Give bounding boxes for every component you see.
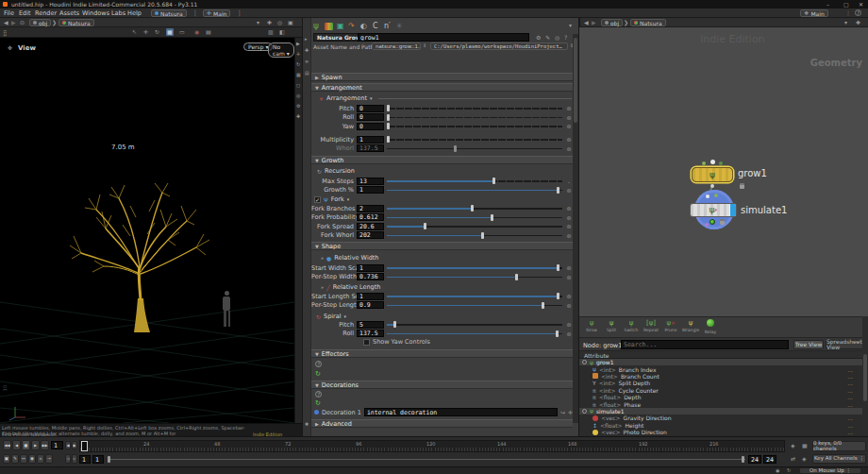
side-select-icon[interactable]: ▶ [296, 42, 300, 46]
node-name-input[interactable] [358, 33, 529, 42]
maximize-button[interactable]: ▢ [843, 1, 849, 8]
menu-assets[interactable]: Assets [59, 9, 79, 17]
range-slider-handle-left[interactable] [108, 456, 110, 463]
scope-button[interactable]: ↔ [20, 454, 27, 464]
row-more-button[interactable]: ... [847, 415, 853, 421]
grow1-output-dot[interactable] [710, 184, 714, 188]
nav-forward-icon[interactable]: ▶ [11, 20, 16, 25]
section-spawn[interactable]: ▶Spawn [311, 73, 573, 81]
whorl-input[interactable] [357, 144, 384, 152]
max-steps-input[interactable] [357, 178, 384, 185]
multiplicity-slider[interactable] [387, 135, 562, 144]
effectors-help-icon[interactable]: ? [315, 361, 322, 367]
grid-toggle-icon[interactable]: ▤ [206, 29, 211, 35]
parm-gear-icon[interactable]: ⚙ [536, 35, 541, 41]
side-rotate-icon[interactable]: ↻ [296, 62, 300, 67]
fork-whorl-input[interactable] [357, 231, 384, 239]
attr-group-simulate1[interactable]: ψ simulate1 [579, 408, 862, 415]
parm-tab3-icon[interactable]: ≡ [305, 59, 309, 64]
spreadsheet-view-tab[interactable]: Spreadsheet View [826, 340, 866, 349]
splitter-left[interactable] [302, 18, 303, 436]
parm-info-icon[interactable]: ? [564, 35, 567, 41]
decorations-add-icon[interactable]: ↻ [315, 399, 321, 407]
snap-tool-icon[interactable]: ▭ [179, 29, 185, 35]
fork-spread-slider[interactable] [387, 222, 562, 230]
net-forward-icon[interactable]: ▶ [592, 20, 596, 25]
spiral-roll-input[interactable] [357, 330, 384, 337]
simulate1-top-dot2[interactable] [714, 194, 718, 197]
pane-link-icon[interactable]: ◎ [277, 20, 282, 25]
asset-name-spinner-icon[interactable]: ⇕ [423, 43, 426, 48]
relative-width-group-label[interactable]: » ● Relative Width [321, 254, 378, 262]
tree-view-tab[interactable]: Tree View [793, 340, 824, 349]
row-more-button[interactable]: ... [847, 429, 853, 435]
decoration-toggle-icon[interactable] [314, 410, 319, 415]
asset-name-select[interactable]: natsura::grow::1.2 [372, 42, 421, 50]
range-start-field[interactable] [79, 455, 91, 464]
range-end-field[interactable] [748, 455, 761, 464]
audio-button[interactable]: ◉ [28, 454, 36, 464]
growth-pct-input[interactable] [357, 186, 384, 194]
ladder-icon[interactable]: ⊚ [565, 293, 573, 299]
row-more-button[interactable]: ... [847, 394, 853, 400]
clipboard-button[interactable]: ▣ [3, 454, 10, 464]
shelf-set-selector[interactable]: Natsura [151, 9, 187, 17]
pane-add-icon[interactable]: ✚ [267, 20, 272, 25]
ladder-icon[interactable]: ⊚ [565, 205, 573, 212]
decorations-help-icon[interactable]: ? [315, 391, 322, 398]
ladder-icon[interactable]: ⊚ [565, 105, 573, 111]
side-move-icon[interactable]: ✛ [296, 52, 300, 57]
row-more-button[interactable]: ... [847, 380, 853, 386]
attr-row-split-depth[interactable]: Y <int> Split Depth ... [579, 380, 862, 386]
viewport-canvas[interactable]: ✥ View Persp ▾ No cam ▾ 7.05 m 10 [0, 38, 294, 423]
range-start2-field[interactable] [92, 455, 104, 464]
recent-curve-icon[interactable]: ↷ [348, 22, 355, 30]
overflow-menu-icon[interactable]: ⋮ [845, 10, 851, 16]
parm-pane-menu-icon[interactable]: ▾ [569, 23, 572, 28]
attr-row-height[interactable]: ↕ <float> Height ... [579, 422, 862, 429]
section-effectors[interactable]: ▼Effectors [311, 349, 573, 358]
roll-input[interactable] [357, 113, 384, 121]
key-all-channels-button[interactable]: Key All Channels ⋮ [812, 454, 866, 464]
node-simulate1[interactable]: ψ ➚ [690, 203, 737, 217]
parm-tab2-icon[interactable]: ✚ [305, 48, 309, 53]
recent-grow-icon[interactable]: ψ [313, 21, 319, 30]
grow1-input1-dot[interactable] [702, 161, 706, 165]
simulate1-top-dot1[interactable] [706, 195, 709, 198]
grow1-label[interactable]: grow1 [738, 168, 767, 178]
range-end2-input[interactable] [763, 455, 776, 464]
multiplicity-input[interactable] [357, 136, 384, 144]
row-more-button[interactable]: ... [847, 366, 853, 373]
recent-gear-icon[interactable]: ✳ [396, 22, 403, 30]
net-dropdown-icon[interactable]: ▾ [844, 20, 847, 25]
parm-magnify-icon[interactable]: ◎ [555, 35, 559, 41]
pitch-slider[interactable] [387, 104, 562, 112]
attr-row-photo-direction[interactable]: <vec> Photo Direction ... [579, 429, 862, 435]
spiral-pitch-input[interactable] [357, 321, 384, 329]
status-refresh-icon[interactable]: ↻ [787, 468, 791, 473]
current-frame-input[interactable] [51, 441, 63, 449]
side-target-icon[interactable]: ◎ [296, 93, 300, 98]
parm-tab1-icon[interactable]: ▸ [305, 37, 308, 42]
menu-render[interactable]: Render [35, 9, 57, 17]
ladder-icon[interactable]: ⊚ [565, 187, 573, 194]
view-label[interactable]: View [18, 44, 36, 52]
path-root-chip[interactable]: obj [29, 19, 51, 26]
range-end-input[interactable] [748, 455, 761, 464]
tool-prune[interactable]: ψ✕ Prune [661, 319, 680, 332]
row-more-button[interactable]: ... [847, 387, 853, 394]
jump-start-button[interactable]: ◀◀ [3, 440, 11, 450]
side-box-icon[interactable]: ◻ [296, 83, 300, 88]
menu-windows[interactable]: Windows [82, 9, 109, 17]
tool-grow[interactable]: ψ Grow [582, 319, 601, 332]
simulate1-label[interactable]: simulate1 [741, 205, 787, 215]
nav-back-icon[interactable]: ◀ [4, 20, 8, 25]
parm-tab4-icon[interactable]: ▤ [305, 71, 309, 76]
ladder-icon[interactable]: ⊚ [565, 145, 573, 152]
show-yaw-checkbox[interactable] [363, 339, 370, 346]
asset-path-select[interactable]: C:/Users/plasmo/workspace/HoudiniProject… [430, 42, 568, 50]
recent-noise-icon[interactable]: n′ [384, 22, 391, 30]
ladder-icon[interactable]: ⊚ [565, 223, 573, 229]
view-menu-icon[interactable]: ✥ [8, 45, 12, 51]
fork-branches-slider[interactable] [387, 204, 562, 212]
